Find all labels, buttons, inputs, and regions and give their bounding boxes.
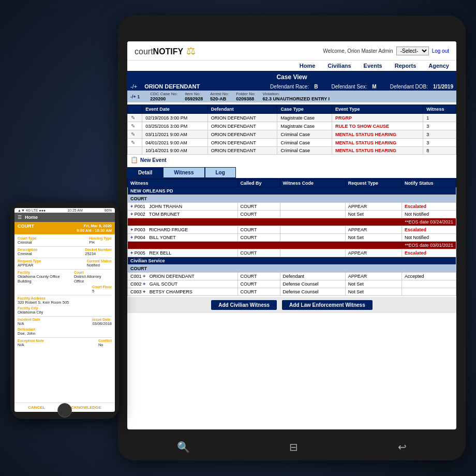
col-event-type: Event Type (332, 105, 423, 114)
add-law-enforcement-button[interactable]: Add Law Enforcement Witness (282, 300, 373, 310)
hamburger-icon[interactable]: ☰ (18, 215, 22, 220)
request-c002: Not Set (345, 280, 401, 288)
nav-agency[interactable]: Agency (428, 63, 449, 69)
edit-icon[interactable]: ✎ (131, 131, 135, 137)
search-icon[interactable]: 🔍 (177, 441, 190, 453)
table-row: ✎ 03/11/2021 9:00 AM ORION DEFENDANT Cri… (128, 130, 456, 139)
case-mp[interactable]: -/+ 1 (130, 94, 140, 99)
arrest-value: 520-AB (210, 96, 229, 101)
section-label-nopd: NEW ORLEANS PD (128, 187, 456, 195)
code-c001: Defendant (280, 273, 345, 280)
notify-p002: Not Notified (402, 211, 456, 218)
phone-field-court-type: Court Type Criminal Hearing Type PH (18, 236, 112, 245)
edit-icon[interactable]: ✎ (131, 123, 135, 129)
court-subheader-2: COURT (128, 265, 456, 273)
home-icon[interactable]: ⊟ (289, 441, 298, 453)
event-case-type: Criminal Case (277, 139, 332, 147)
nav-civilians[interactable]: Civilians (328, 63, 351, 69)
event-date: 10/14/2021 9:00 AM (142, 147, 208, 155)
phone-field-facility: Facility Oklahoma County Office Building… (18, 271, 112, 284)
arrest-col: Arrest No: 520-AB (210, 92, 229, 101)
witness-row-p004: + P004 BILL YONET COURT Not Set Not Noti… (128, 234, 456, 242)
edit-icon[interactable]: ✎ (131, 140, 135, 145)
divider (18, 337, 112, 338)
plus-p001[interactable]: + (130, 204, 133, 209)
event-case-type: Criminal Case (277, 130, 332, 139)
acknowledge-button[interactable]: ACKNOWLEDGE (68, 405, 101, 410)
new-event-label[interactable]: New Event (140, 157, 167, 163)
event-defendant: ORION DEFENDANT (207, 139, 277, 147)
facility-city-label: Facility City (18, 306, 43, 310)
event-defendant: ORION DEFENDANT (207, 130, 277, 139)
phone-nav-bar: ☰ Home (14, 213, 115, 222)
folder-label: Folder No: (236, 92, 255, 96)
conflict-value: No (98, 343, 112, 347)
notify-p005: Escalated (402, 249, 456, 257)
event-type[interactable]: PRGRP (332, 114, 423, 122)
event-defendant: ORION DEFENDANT (207, 147, 277, 155)
court-type-value: Criminal (18, 240, 36, 245)
request-p004: Not Set (345, 234, 401, 242)
edit-icon[interactable]: ✎ (131, 115, 135, 121)
phone-court-header: COURT Fri, Mar 9, 2020 9:00 AM - 10:30 A… (14, 222, 115, 234)
item-col: Item No: 0592928 (185, 92, 203, 101)
phone-home-label[interactable]: Home (25, 215, 38, 220)
event-type[interactable]: MENTAL STATUS HEARING (332, 139, 423, 147)
table-row: ✎ 04/01/2021 9:00 AM ORION DEFENDANT Cri… (128, 139, 456, 147)
tablet-screen: courtNOTIFY ⚖ Welcome, Orion Master Admi… (127, 41, 456, 429)
facility-address-value: 320 Robert S. Kerr Room 505 (18, 300, 69, 305)
witness-table: Witness Called By Witness Code Request T… (127, 179, 456, 296)
eos-date-p003: **EOS date 03/24/2021 (128, 218, 456, 226)
conflict-label: Conflict (98, 339, 112, 343)
plus-c002[interactable]: + (143, 281, 145, 287)
section-header-court-1: COURT (128, 195, 456, 203)
folder-col: Folder No: 0209388 (236, 92, 255, 101)
tab-witness[interactable]: Witness (163, 167, 204, 178)
cancel-button[interactable]: CANCEL (28, 405, 45, 410)
user-info: Welcome, Orion Master Admin -Select- Log… (323, 47, 449, 55)
issue-date-value: 03/06/2018 (92, 321, 112, 326)
new-event-row[interactable]: 📋 New Event (127, 155, 456, 165)
phone-home-button[interactable] (57, 403, 72, 418)
expand-collapse-icon[interactable]: -/+ (130, 83, 137, 90)
request-type-value: APPEAR (18, 263, 41, 267)
facility-address-label: Facility Address (18, 296, 69, 300)
eos-row-p004: **EOS date 03/01/2021 (128, 242, 456, 249)
defendant-name: ORION DEFENDANT (144, 83, 200, 90)
add-civilian-witness-button[interactable]: Add Civilian Witness (211, 300, 277, 310)
issue-date-label: Issue Date (92, 318, 112, 321)
plus-p003[interactable]: + (130, 227, 133, 232)
phone-field-floor: Court Floor 5 (18, 285, 112, 293)
code-p005 (280, 249, 345, 257)
nav-reports[interactable]: Reports (395, 63, 416, 69)
back-icon[interactable]: ↩ (398, 441, 407, 453)
col-called-by: Called By (237, 180, 280, 187)
plus-p004[interactable]: + (130, 235, 133, 240)
event-type[interactable]: RULE TO SHOW CAUSE (332, 122, 423, 130)
select-dropdown[interactable]: -Select- (396, 47, 429, 55)
col-defendant: Defendant (207, 105, 277, 114)
col-edit (128, 105, 142, 114)
event-type[interactable]: MENTAL STATUS HEARING (332, 130, 423, 139)
logout-button[interactable]: Log out (432, 48, 449, 54)
plus-c003[interactable]: + (143, 289, 145, 294)
nav-home[interactable]: Home (300, 63, 316, 69)
divider (18, 258, 112, 258)
divider (18, 295, 112, 295)
plus-p002[interactable]: + (130, 212, 133, 217)
col-event-date: Event Date (142, 105, 208, 114)
facility-city-value: Oklahoma City (18, 310, 43, 315)
item-label: Item No: (185, 92, 203, 96)
plus-p005[interactable]: + (130, 250, 133, 256)
detail-witness-log-tabs: Detail Witness Log (127, 167, 456, 179)
event-type[interactable]: MENTAL STATUS HEARING (332, 147, 423, 155)
nav-events[interactable]: Events (364, 63, 382, 69)
event-date: 03/25/2016 3:00 PM (142, 122, 208, 130)
tab-detail[interactable]: Detail (127, 167, 163, 178)
court-subheader-1: COURT (128, 195, 456, 203)
tab-log[interactable]: Log (205, 167, 236, 178)
called-by-p004: COURT (237, 234, 280, 242)
plus-c001[interactable]: + (143, 274, 145, 279)
court-name-label: Court (74, 271, 112, 274)
notify-p004: Not Notified (402, 234, 456, 242)
